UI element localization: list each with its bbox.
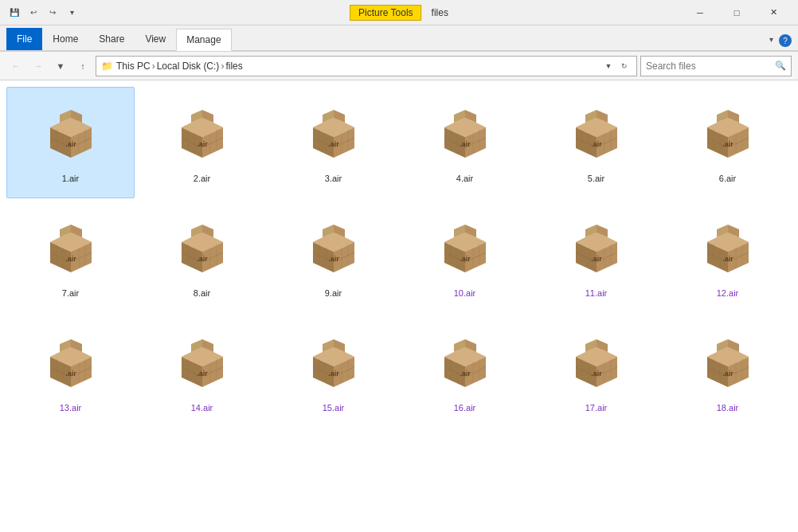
- air-file-icon: .air: [558, 94, 635, 170]
- air-file-icon: .air: [558, 209, 635, 285]
- address-bar-actions: ▼ ↻: [601, 59, 632, 73]
- folder-icon: 📁: [101, 61, 113, 72]
- path-sep-1: ›: [152, 61, 155, 72]
- air-file-icon: .air: [690, 94, 766, 170]
- air-file-icon: .air: [33, 94, 109, 170]
- file-name-label: 11.air: [585, 288, 608, 298]
- address-path: This PC › Local Disk (C:) › files: [116, 61, 598, 72]
- air-file-icon: .air: [33, 209, 109, 285]
- file-name-label: 16.air: [454, 403, 476, 413]
- air-file-icon: .air: [33, 323, 109, 400]
- path-local-disk[interactable]: Local Disk (C:): [157, 61, 220, 72]
- title-bar-icons: 💾 ↩ ↪ ▾: [6, 5, 80, 21]
- tab-manage[interactable]: Manage: [176, 29, 231, 51]
- title-bar-controls: ─ □ ✕: [682, 0, 792, 25]
- air-file-icon: .air: [690, 209, 766, 285]
- file-item[interactable]: .air 2.air: [138, 87, 266, 198]
- file-name-label: 3.air: [325, 174, 342, 183]
- file-name-label: 6.air: [719, 174, 736, 183]
- search-input[interactable]: [646, 61, 775, 72]
- redo-icon[interactable]: ↪: [45, 5, 61, 21]
- file-name-label: 12.air: [717, 288, 739, 298]
- ribbon-tabs: File Home Share View Manage ▾ ?: [0, 25, 798, 51]
- tab-share[interactable]: Share: [88, 28, 135, 50]
- air-file-icon: .air: [295, 94, 372, 170]
- dropdown-icon[interactable]: ▾: [64, 5, 80, 21]
- up-button[interactable]: ↑: [73, 57, 92, 76]
- tab-file[interactable]: File: [6, 28, 42, 50]
- forward-button[interactable]: →: [29, 57, 48, 76]
- minimize-button[interactable]: ─: [682, 0, 718, 25]
- file-item[interactable]: .air 8.air: [138, 201, 266, 313]
- ribbon-expand-icon[interactable]: ▾: [763, 31, 779, 47]
- file-name-label: 18.air: [717, 403, 739, 413]
- file-item[interactable]: .air 7.air: [6, 201, 135, 313]
- file-item[interactable]: .air 1.air: [6, 87, 135, 198]
- file-item[interactable]: .air 6.air: [663, 87, 792, 198]
- air-file-icon: .air: [427, 323, 503, 400]
- air-file-icon: .air: [164, 209, 241, 285]
- file-name-label: 5.air: [588, 174, 604, 183]
- address-refresh-button[interactable]: ↻: [617, 59, 632, 73]
- file-name-label: 9.air: [325, 288, 342, 298]
- toolbar: ← → ▼ ↑ 📁 This PC › Local Disk (C:) › fi…: [0, 52, 798, 80]
- air-file-icon: .air: [690, 323, 766, 400]
- path-this-pc[interactable]: This PC: [116, 61, 151, 72]
- file-item[interactable]: .air 14.air: [138, 316, 266, 428]
- file-name-label: 8.air: [194, 288, 210, 298]
- file-name-label: 2.air: [194, 174, 210, 183]
- back-button[interactable]: ←: [6, 57, 25, 76]
- file-item[interactable]: .air 9.air: [269, 201, 397, 313]
- main-content: .air 1.air: [0, 80, 798, 532]
- title-bar: 💾 ↩ ↪ ▾ Picture Tools files ─ □ ✕: [0, 0, 798, 25]
- file-item[interactable]: .air 5.air: [532, 87, 660, 198]
- air-file-icon: .air: [427, 94, 503, 170]
- help-icon[interactable]: ?: [779, 34, 792, 47]
- air-file-icon: .air: [164, 323, 241, 400]
- search-box[interactable]: 🔍: [640, 56, 792, 76]
- file-name-label: 14.air: [191, 403, 213, 413]
- air-file-icon: .air: [427, 209, 503, 285]
- file-grid: .air 1.air: [6, 87, 792, 428]
- undo-icon[interactable]: ↩: [25, 5, 41, 21]
- address-bar[interactable]: 📁 This PC › Local Disk (C:) › files ▼ ↻: [96, 56, 637, 76]
- close-button[interactable]: ✕: [755, 0, 792, 25]
- file-area: .air 1.air: [0, 80, 798, 532]
- file-name-label: 7.air: [62, 288, 79, 298]
- file-name-label: 4.air: [456, 174, 473, 183]
- file-item[interactable]: .air 11.air: [532, 201, 660, 313]
- tab-view[interactable]: View: [135, 28, 176, 50]
- file-name-label: 10.air: [454, 288, 476, 298]
- file-item[interactable]: .air 17.air: [532, 316, 660, 428]
- path-files[interactable]: files: [225, 61, 242, 72]
- file-item[interactable]: .air 18.air: [663, 316, 792, 428]
- path-sep-2: ›: [221, 61, 224, 72]
- file-name-label: 13.air: [60, 403, 82, 413]
- file-item[interactable]: .air 3.air: [269, 87, 397, 198]
- title-folder-name: files: [432, 7, 448, 18]
- ribbon: File Home Share View Manage ▾ ?: [0, 25, 798, 52]
- file-item[interactable]: .air 4.air: [401, 87, 529, 198]
- air-file-icon: .air: [295, 323, 372, 400]
- file-name-label: 1.air: [62, 174, 79, 183]
- search-icon[interactable]: 🔍: [775, 61, 786, 71]
- file-name-label: 17.air: [585, 403, 608, 413]
- file-name-label: 15.air: [323, 403, 345, 413]
- tab-home[interactable]: Home: [42, 28, 88, 50]
- address-dropdown-button[interactable]: ▼: [601, 59, 616, 73]
- file-item[interactable]: .air 15.air: [269, 316, 397, 428]
- air-file-icon: .air: [558, 323, 635, 400]
- file-item[interactable]: .air 12.air: [663, 201, 792, 313]
- picture-tools-tab: Picture Tools: [350, 5, 421, 21]
- file-item[interactable]: .air 13.air: [6, 316, 135, 428]
- air-file-icon: .air: [295, 209, 372, 285]
- file-item[interactable]: .air 16.air: [401, 316, 529, 428]
- title-bar-title: Picture Tools files: [350, 5, 448, 21]
- air-file-icon: .air: [164, 94, 241, 170]
- maximize-button[interactable]: □: [718, 0, 755, 25]
- dropdown-nav-button[interactable]: ▼: [51, 57, 70, 76]
- file-item[interactable]: .air 10.air: [401, 201, 529, 313]
- save-icon[interactable]: 💾: [6, 5, 22, 21]
